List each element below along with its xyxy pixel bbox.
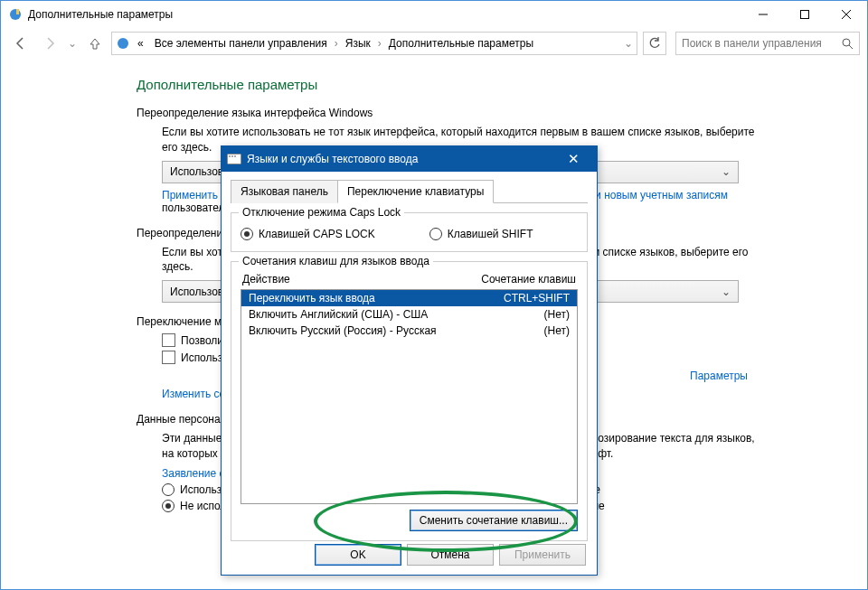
radio-capslock[interactable]: Клавишей CAPS LOCK [241,228,375,240]
back-button[interactable] [8,31,33,56]
text-services-dialog: Языки и службы текстового ввода ✕ Языков… [221,145,598,576]
minimize-button[interactable] [742,1,784,28]
search-placeholder: Поиск в панели управления [682,37,822,50]
chevron-right-icon: › [335,37,338,50]
svg-point-0 [10,9,21,20]
ok-button[interactable]: OK [315,544,401,566]
radio-label: Клавишей SHIFT [448,228,533,240]
group-legend: Отключение режима Caps Lock [239,206,404,219]
chevron-right-icon: › [378,37,382,50]
svg-rect-1 [16,9,19,14]
app-icon [8,7,23,22]
capslock-group: Отключение режима Caps Lock Клавишей CAP… [231,212,588,252]
checkbox-icon [162,351,175,364]
address-bar[interactable]: « Все элементы панели управления › Язык … [111,32,637,55]
dialog-title: Языки и службы текстового ввода [247,153,418,165]
svg-rect-11 [231,155,233,157]
tab-keyboard-switch[interactable]: Переключение клавиатуры [337,180,494,203]
list-item[interactable]: Включить Русский (Россия) - Русская(Нет) [241,323,577,339]
breadcrumb-adv[interactable]: Дополнительные параметры [385,35,537,52]
dialog-titlebar: Языки и службы текстового ввода ✕ [222,146,597,172]
chevron-down-icon: ⌄ [722,165,731,178]
keys: (Нет) [544,308,570,321]
tab-language-bar[interactable]: Языковая панель [231,180,338,203]
keys: (Нет) [544,324,570,337]
titlebar: Дополнительные параметры [1,1,867,28]
section-override-ui-lang: Переопределение языка интерфейса Windows [137,107,867,119]
radio-icon [241,228,253,240]
params-link[interactable]: Параметры [690,370,748,382]
keyboard-icon [227,154,241,164]
svg-line-8 [849,45,853,49]
breadcrumb-prefix: « [134,35,147,52]
dialog-footer: OK Отмена Применить [315,544,586,566]
history-dropdown[interactable]: ⌄ [68,37,77,50]
action: Включить Английский (США) - США [249,308,428,321]
refresh-button[interactable] [643,32,666,55]
svg-rect-12 [234,155,236,157]
breadcrumb-lang[interactable]: Язык [342,35,374,52]
svg-rect-10 [229,155,231,157]
control-panel-window: Дополнительные параметры ⌄ « Все элемент… [0,0,868,590]
app-icon [116,36,130,51]
hotkeys-group: Сочетания клавиш для языков ввода Действ… [231,261,588,541]
maximize-button[interactable] [784,1,826,28]
page-title: Дополнительные параметры [137,77,867,92]
up-button[interactable] [82,31,108,56]
radio-icon [162,500,175,512]
cancel-button[interactable]: Отмена [407,544,494,566]
col-keys: Сочетание клавиш [481,273,576,286]
chevron-down-icon[interactable]: ⌄ [624,37,633,50]
apply-button[interactable]: Применить [499,544,586,566]
group-legend: Сочетания клавиш для языков ввода [239,255,433,267]
breadcrumb-all[interactable]: Все элементы панели управления [151,35,331,52]
checkbox-icon [162,333,175,347]
chevron-down-icon: ⌄ [722,286,731,298]
radio-icon [162,483,175,496]
col-action: Действие [242,273,290,286]
keys: CTRL+SHIFT [504,292,570,304]
dialog-close-button[interactable]: ✕ [555,146,591,172]
nav-row: ⌄ « Все элементы панели управления › Язы… [1,28,867,59]
window-title: Дополнительные параметры [28,8,173,21]
svg-point-7 [843,39,850,46]
action: Включить Русский (Россия) - Русская [249,324,437,337]
svg-rect-3 [801,11,809,19]
radio-shift[interactable]: Клавишей SHIFT [429,228,533,240]
close-button[interactable] [826,1,867,28]
list-item[interactable]: Включить Английский (США) - США(Нет) [241,306,577,323]
list-item[interactable]: Переключить язык вводаCTRL+SHIFT [241,290,577,306]
action: Переключить язык ввода [249,292,375,304]
radio-label: Клавишей CAPS LOCK [259,228,375,240]
search-icon [842,38,854,50]
change-hotkey-button[interactable]: Сменить сочетание клавиш... [410,510,578,531]
hotkey-list[interactable]: Переключить язык вводаCTRL+SHIFT Включит… [241,289,578,504]
radio-icon [429,228,442,240]
forward-button[interactable] [37,31,62,56]
svg-point-6 [118,38,128,49]
dialog-tabs: Языковая панель Переключение клавиатуры [231,179,588,203]
search-input[interactable]: Поиск в панели управления [675,32,860,55]
